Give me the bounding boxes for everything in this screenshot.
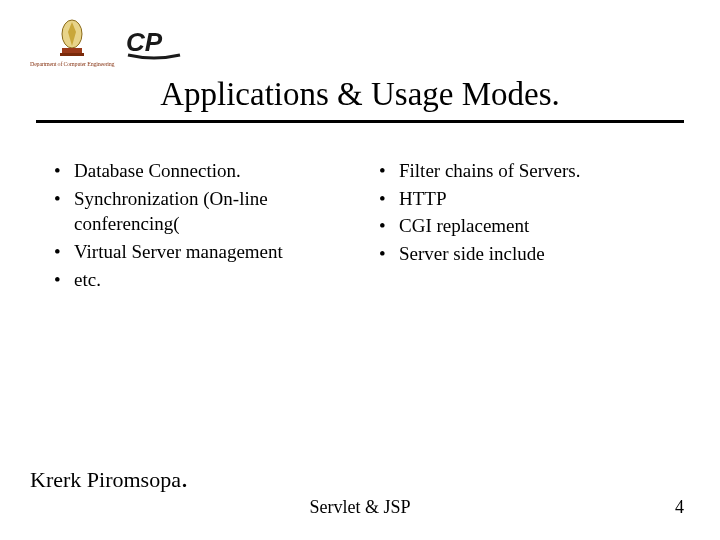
list-item: •Database Connection.	[50, 158, 345, 184]
right-column: •Filter chains of Servers. •HTTP •CGI re…	[375, 158, 670, 294]
right-list: •Filter chains of Servers. •HTTP •CGI re…	[375, 158, 670, 267]
page-title: Applications & Usage Modes.	[0, 76, 720, 113]
list-item: •Synchronization (On-line conferencing(	[50, 186, 345, 237]
dept-logo: Department of Computer Engineering	[30, 18, 114, 67]
svg-rect-1	[62, 48, 82, 53]
list-item: •Filter chains of Servers.	[375, 158, 670, 184]
content-columns: •Database Connection. •Synchronization (…	[50, 158, 670, 294]
left-list: •Database Connection. •Synchronization (…	[50, 158, 345, 292]
list-item: •Virtual Server management	[50, 239, 345, 265]
cp-logo-icon: CP	[124, 25, 184, 61]
dept-label: Department of Computer Engineering	[30, 61, 114, 67]
list-item: •HTTP	[375, 186, 670, 212]
crest-icon	[54, 18, 90, 60]
list-item: •etc.	[50, 267, 345, 293]
page-number: 4	[675, 497, 684, 518]
footer-topic: Servlet & JSP	[0, 497, 720, 518]
title-divider	[36, 120, 684, 123]
left-column: •Database Connection. •Synchronization (…	[50, 158, 345, 294]
svg-text:CP: CP	[126, 27, 163, 57]
list-item: •Server side include	[375, 241, 670, 267]
header-logos: Department of Computer Engineering CP	[30, 18, 184, 67]
list-item: •CGI replacement	[375, 213, 670, 239]
svg-rect-2	[60, 53, 84, 56]
author-name: Krerk Piromsopa.	[30, 462, 188, 494]
